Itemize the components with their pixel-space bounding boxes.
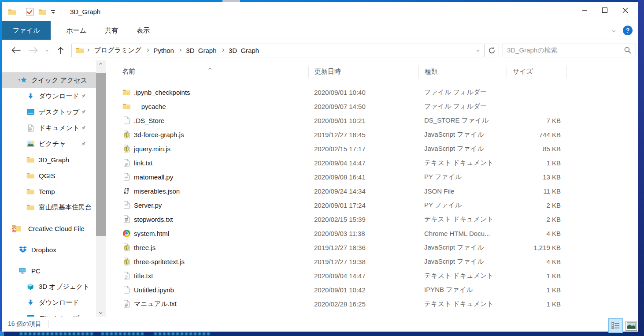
sidebar-item-pc[interactable]: PC <box>2 263 96 279</box>
file-type-cell: テキスト ドキュメント <box>418 215 507 224</box>
file-row[interactable]: 3d-force-graph.js2019/12/27 18:45JavaScr… <box>106 127 638 142</box>
column-header-date[interactable]: 更新日時 <box>308 66 418 78</box>
sidebar-item-3d-objects[interactable]: 3D オブジェクト <box>2 279 96 295</box>
file-date-cell: 2020/09/08 16:41 <box>308 173 418 181</box>
file-row[interactable]: マニュアル.txt2020/02/28 16:25テキスト ドキュメント1 KB <box>106 297 638 311</box>
recent-locations-chevron-icon[interactable] <box>41 49 53 51</box>
explorer-window: 3D_Graph ファイルホーム共有表示 ? プログラミングPyt <box>2 2 638 332</box>
sidebar-item-desktop-quick[interactable]: デスクトップ <box>2 104 96 120</box>
file-size-cell: 1 KB <box>507 286 567 294</box>
breadcrumb-segment-0[interactable]: プログラミング <box>90 46 145 55</box>
file-date-cell: 2020/09/01 10:40 <box>308 89 418 96</box>
file-name: jquery.min.js <box>134 145 170 153</box>
column-header-type[interactable]: 種類 <box>418 66 507 78</box>
file-row[interactable]: system.html2020/09/03 11:38Chrome HTML D… <box>106 226 638 240</box>
sidebar-item-desktop-pc[interactable]: デスクトップ <box>2 310 96 317</box>
ribbon-tab-file[interactable]: ファイル <box>2 21 51 40</box>
maximize-button[interactable] <box>595 2 615 18</box>
file-row[interactable]: .DS_Store2020/09/01 10:21DS_STORE ファイル7 … <box>106 113 638 127</box>
file-size-cell: 7 KB <box>507 117 567 124</box>
minimize-icon <box>582 10 587 11</box>
ribbon-tab-share[interactable]: 共有 <box>96 21 127 40</box>
background-window-right-edge <box>638 0 644 336</box>
js-icon <box>122 145 131 153</box>
file-name-cell: link.txt <box>106 159 308 167</box>
expand-ribbon-chevron-icon[interactable] <box>612 29 616 33</box>
search-icon[interactable] <box>624 46 632 54</box>
file-name: miserables.json <box>134 187 180 195</box>
file-size-cell: 4 KB <box>507 230 567 237</box>
file-row[interactable]: link.txt2020/09/04 14:47テキスト ドキュメント1 KB <box>106 156 638 170</box>
breadcrumb-segment-1[interactable]: Python <box>149 47 178 54</box>
sidebar-item-downloads-pc[interactable]: ダウンロード <box>2 295 96 310</box>
file-row[interactable]: three-spritetext.js2019/12/27 19:38JavaS… <box>106 254 638 269</box>
address-bar[interactable]: プログラミングPython3D_Graph3D_Graph <box>71 44 499 57</box>
ribbon-tab-home[interactable]: ホーム <box>57 21 96 40</box>
file-name-cell: .ipynb_checkpoints <box>106 89 308 96</box>
file-name: Server.py <box>134 202 162 209</box>
folder-icon[interactable] <box>8 8 16 15</box>
customize-toolbar-caret-icon[interactable] <box>51 10 55 14</box>
sidebar-item-qgis[interactable]: QGIS <box>2 168 96 183</box>
address-history-chevron-icon[interactable] <box>472 44 484 57</box>
toolbar-separator <box>21 8 21 15</box>
scroll-down-button[interactable] <box>96 309 106 317</box>
file-row[interactable]: miserables.json2020/09/24 14:34JSON File… <box>106 184 638 198</box>
file-type-cell: PY ファイル <box>418 173 507 181</box>
breadcrumb-segment-3[interactable]: 3D_Graph <box>225 47 263 54</box>
ribbon-tab-view[interactable]: 表示 <box>127 21 159 40</box>
close-button[interactable] <box>615 2 635 18</box>
file-row[interactable]: .ipynb_checkpoints2020/09/01 10:40ファイル フ… <box>106 85 638 99</box>
back-button[interactable] <box>8 47 25 54</box>
minimize-button[interactable] <box>574 2 595 18</box>
file-row[interactable]: title.txt2020/09/04 14:47テキスト ドキュメント1 KB <box>106 269 638 283</box>
breadcrumb-segment-2[interactable]: 3D_Graph <box>182 47 220 54</box>
file-row[interactable]: stopwords.txt2020/02/15 15:39テキスト ドキュメント… <box>106 212 638 226</box>
sidebar-item-pictures-quick[interactable]: ピクチャ <box>2 136 96 152</box>
file-name: system.html <box>134 230 169 237</box>
file-row[interactable]: jquery.min.js2020/02/15 17:17JavaScript … <box>106 142 638 156</box>
txt-icon <box>122 272 131 280</box>
file-row[interactable]: Server.py2020/09/01 17:24PY ファイル2 KB <box>106 198 638 212</box>
sidebar-item-dropbox[interactable]: Dropbox <box>2 242 96 258</box>
column-header-size[interactable]: サイズ <box>507 66 567 78</box>
toolbar-separator <box>60 8 60 15</box>
sidebar-item-quick-access[interactable]: クイック アクセス <box>2 72 96 88</box>
sidebar-item-3d-graph[interactable]: 3D_Graph <box>2 152 96 168</box>
file-date-cell: 2020/09/01 17:24 <box>308 202 418 209</box>
sidebar-item-documents-quick[interactable]: ドキュメント <box>2 120 96 136</box>
file-type-cell: JavaScript ファイル <box>418 258 507 266</box>
sidebar-scrollbar[interactable] <box>96 60 106 317</box>
file-row[interactable]: Untitled.ipynb2020/09/01 10:42IPYNB ファイル… <box>106 283 638 297</box>
file-row[interactable]: __pycache__2020/09/07 14:50ファイル フォルダー <box>106 99 638 113</box>
file-row[interactable]: matomeall.py2020/09/08 16:41PY ファイル13 KB <box>106 170 638 184</box>
large-icons-view-button[interactable] <box>625 321 637 331</box>
scroll-up-button[interactable] <box>96 60 106 68</box>
column-header-name[interactable]: 名前 <box>106 66 308 78</box>
file-type-cell: Chrome HTML Docu... <box>418 230 507 237</box>
up-button[interactable] <box>53 47 68 54</box>
document-page-icon <box>26 124 35 132</box>
sidebar-item-temp[interactable]: Temp <box>2 183 96 199</box>
checkbox-icon[interactable] <box>26 8 33 15</box>
sidebar-item-toyama[interactable]: 富山県基本住民台 <box>2 199 96 215</box>
help-button[interactable]: ? <box>623 26 633 35</box>
close-icon <box>622 7 628 13</box>
search-box[interactable]: 3D_Graphの検索 <box>503 44 636 57</box>
js-icon <box>122 258 131 265</box>
details-view-button[interactable] <box>608 318 623 333</box>
file-date-cell: 2020/09/03 11:38 <box>308 230 418 237</box>
refresh-button[interactable] <box>485 44 499 57</box>
file-name-cell: 3d-force-graph.js <box>106 131 308 138</box>
file-row[interactable]: three.js2019/12/27 18:36JavaScript ファイル1… <box>106 240 638 254</box>
file-name-cell: stopwords.txt <box>106 215 308 223</box>
sidebar-item-label: 3D オブジェクト <box>39 283 96 291</box>
file-date-cell: 2020/02/15 17:17 <box>308 145 418 153</box>
sidebar-item-downloads-quick[interactable]: ダウンロード <box>2 88 96 104</box>
scrollbar-thumb[interactable] <box>96 73 106 236</box>
sidebar-item-creative-cloud-files[interactable]: Creative Cloud File <box>2 220 96 236</box>
forward-button[interactable] <box>25 47 41 54</box>
folder-icon[interactable] <box>38 8 46 15</box>
pin-icon <box>79 109 88 115</box>
pin-icon <box>79 141 88 147</box>
